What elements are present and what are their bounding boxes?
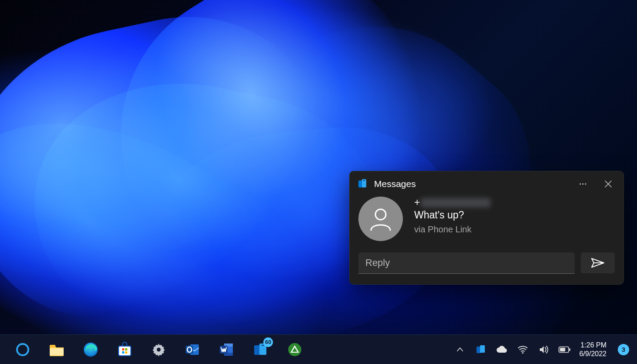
toast-sender: + <box>414 197 491 208</box>
tray-overflow-button[interactable] <box>454 344 466 356</box>
taskbar: 60 <box>0 334 637 364</box>
send-button[interactable] <box>581 252 615 273</box>
svg-rect-16 <box>125 351 127 354</box>
cortana-icon <box>15 342 30 357</box>
toast-more-button[interactable] <box>576 177 589 191</box>
svg-rect-13 <box>122 348 124 350</box>
taskbar-microsoft-store[interactable] <box>115 340 134 359</box>
svg-rect-10 <box>50 345 55 347</box>
outlook-icon <box>185 342 201 357</box>
notification-center-badge[interactable]: 3 <box>618 344 629 355</box>
taskbar-settings[interactable] <box>149 340 168 359</box>
gear-icon <box>151 342 167 357</box>
close-icon <box>604 180 612 188</box>
svg-rect-9 <box>50 348 64 355</box>
speaker-icon <box>538 345 549 354</box>
chevron-up-icon <box>456 346 464 354</box>
svg-point-32 <box>522 352 524 354</box>
edge-icon <box>83 342 99 357</box>
taskbar-file-explorer[interactable] <box>47 340 66 359</box>
svg-rect-25 <box>220 346 228 354</box>
word-icon <box>219 342 235 357</box>
svg-rect-31 <box>480 345 485 353</box>
tray-volume[interactable] <box>538 344 550 356</box>
sender-avatar <box>358 197 403 241</box>
svg-rect-34 <box>569 348 570 351</box>
svg-rect-35 <box>560 347 565 351</box>
taskbar-clock[interactable]: 1:26 PM 6/9/2022 <box>579 341 606 357</box>
redacted-phone-number <box>421 198 491 208</box>
taskbar-word[interactable] <box>217 340 236 359</box>
svg-point-5 <box>585 183 586 184</box>
svg-point-8 <box>17 344 28 355</box>
person-icon <box>368 206 394 232</box>
toast-close-button[interactable] <box>602 177 615 191</box>
toast-app: Messages <box>358 179 416 189</box>
wifi-icon <box>518 345 528 354</box>
send-icon <box>591 258 605 268</box>
taskbar-phone-link[interactable]: 60 <box>251 340 270 359</box>
svg-point-3 <box>579 183 581 184</box>
svg-point-4 <box>582 183 583 184</box>
clock-time: 1:26 PM <box>579 341 606 349</box>
svg-rect-2 <box>363 180 365 181</box>
toast-body: + What's up? via Phone Link <box>358 197 615 241</box>
notification-toast[interactable]: Messages <box>349 171 624 285</box>
store-icon <box>117 342 133 357</box>
green-app-icon <box>287 342 302 357</box>
cloud-icon <box>496 346 508 354</box>
tray-battery[interactable] <box>559 344 571 356</box>
svg-rect-12 <box>119 346 131 356</box>
tray-phone-link[interactable] <box>475 344 487 356</box>
tray-wifi[interactable] <box>517 344 529 356</box>
svg-rect-15 <box>122 351 124 354</box>
taskbar-green-app[interactable] <box>285 340 304 359</box>
svg-rect-14 <box>125 348 127 350</box>
tray-onedrive[interactable] <box>496 344 508 356</box>
phone-link-tray-icon <box>476 345 486 354</box>
toast-header: Messages <box>358 177 615 191</box>
svg-point-6 <box>375 209 386 220</box>
toast-message-text: What's up? <box>414 209 491 221</box>
file-explorer-icon <box>49 343 65 356</box>
ellipsis-icon <box>579 180 587 188</box>
taskbar-edge[interactable] <box>81 340 100 359</box>
toast-attribution: via Phone Link <box>414 225 491 235</box>
battery-icon <box>559 346 571 353</box>
toast-app-name: Messages <box>374 179 416 189</box>
taskbar-outlook[interactable] <box>183 340 202 359</box>
reply-input[interactable] <box>358 252 575 274</box>
taskbar-cortana[interactable] <box>13 340 32 359</box>
phone-link-app-icon <box>358 179 368 189</box>
phone-link-badge: 60 <box>263 337 273 347</box>
clock-date: 6/9/2022 <box>579 350 606 358</box>
